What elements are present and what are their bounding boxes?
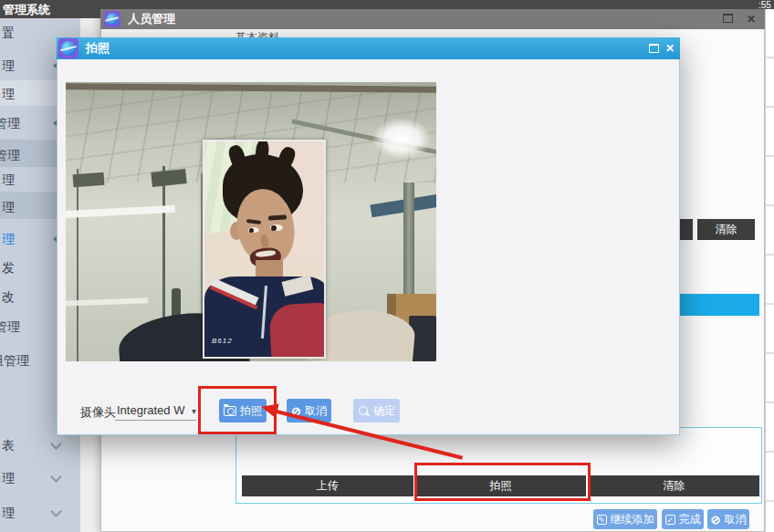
sidebar-item-0[interactable]: 置	[2, 23, 15, 43]
clear-button-top[interactable]: 清除	[697, 219, 755, 240]
scene-light-glow	[363, 112, 436, 165]
photo-watermark: B612	[212, 337, 233, 345]
portrait-red-patch	[268, 302, 326, 359]
clock-partial: :55	[758, 0, 771, 10]
chevron-down-icon[interactable]	[50, 471, 62, 483]
sidebar-item-4[interactable]: 管理	[0, 145, 20, 165]
portrait-iris	[271, 225, 277, 231]
confirm-button-disabled[interactable]: 确定	[353, 399, 400, 422]
camera-label: 摄像头	[80, 404, 116, 421]
tab-basic-info-partial: 基本资料	[235, 30, 299, 37]
portrait-photo: B612	[203, 140, 326, 359]
sidebar-item-1[interactable]: 理	[2, 56, 15, 76]
app-screen: 人员管理 ✕ 基本资料 清除 上传 拍照 清除 ✎ 继续添加 ✓ 完成 ⊘ 取消…	[0, 0, 774, 532]
dialog-titlebar[interactable]	[57, 37, 680, 59]
hidden-button-fragment[interactable]	[680, 219, 693, 240]
finish-label: 完成	[679, 512, 701, 527]
sidebar-item-10[interactable]: 管理	[0, 317, 20, 337]
magnifier-icon	[358, 405, 370, 417]
confirm-label: 确定	[373, 403, 395, 419]
portrait-iris	[249, 228, 254, 233]
camera-select-value: Integrated W	[117, 403, 184, 417]
continue-add-label: 继续添加	[611, 512, 654, 527]
window-close-icon[interactable]: ✕	[747, 9, 756, 29]
upload-bar-button[interactable]: 上传	[242, 475, 413, 496]
scene-reflection	[66, 205, 175, 219]
background-table-rows	[765, 9, 774, 532]
scene-glass-clamp	[73, 172, 105, 187]
photo-section-header-bar	[680, 294, 759, 316]
scene-metal-pole	[403, 183, 414, 296]
continue-add-button[interactable]: ✎ 继续添加	[593, 509, 657, 529]
sidebar-item-9[interactable]: 改	[2, 287, 15, 307]
app-brand-block: 管理系统	[0, 0, 100, 18]
scene-glass-clamp	[151, 169, 186, 187]
camera-preview: B612	[66, 82, 436, 361]
annotation-rect-photo-bar	[414, 463, 591, 501]
dialog-logo-icon	[58, 38, 78, 58]
sidebar-item-8[interactable]: 发	[2, 257, 15, 277]
app-brand-title: 管理系统	[3, 2, 50, 18]
app-logo-icon	[104, 11, 120, 27]
sidebar-item-13[interactable]: 理	[2, 468, 15, 488]
personnel-window-titlebar	[100, 9, 765, 29]
cancel-footer-label: 取消	[724, 512, 746, 527]
dialog-maximize-icon[interactable]	[649, 44, 659, 53]
app-top-strip	[0, 0, 774, 9]
cancel-icon: ⊘	[711, 514, 721, 526]
edit-square-icon: ✎	[597, 515, 607, 525]
finish-button[interactable]: ✓ 完成	[662, 509, 704, 529]
check-square-icon: ✓	[665, 515, 675, 525]
sidebar-item-3[interactable]: 管理	[0, 113, 20, 133]
scene-glass-frame	[77, 169, 78, 361]
sidebar-item-2[interactable]: 理	[2, 84, 15, 104]
camera-select[interactable]: Integrated W ▾	[115, 399, 196, 421]
sidebar-item-11[interactable]: 组管理	[0, 350, 29, 370]
sidebar-item-14[interactable]: 理	[2, 503, 15, 523]
window-maximize-icon[interactable]	[723, 14, 733, 23]
chevron-down-icon[interactable]	[50, 506, 62, 517]
sidebar-item-5[interactable]: 理	[2, 170, 15, 190]
dropdown-arrow-icon: ▾	[192, 406, 196, 416]
cancel-label: 取消	[305, 403, 327, 419]
sidebar-item-7-selected[interactable]: 理	[2, 229, 15, 249]
sidebar-item-12[interactable]: 表	[2, 435, 15, 455]
window-title: 人员管理	[128, 9, 175, 29]
cancel-footer-button[interactable]: ⊘ 取消	[707, 509, 749, 529]
dialog-close-icon[interactable]: ✕	[665, 37, 675, 59]
dialog-title: 拍照	[86, 37, 110, 59]
clear-bar-button[interactable]: 清除	[588, 475, 759, 496]
chevron-down-icon[interactable]	[50, 438, 62, 450]
sidebar-item-6[interactable]: 理	[2, 197, 15, 217]
